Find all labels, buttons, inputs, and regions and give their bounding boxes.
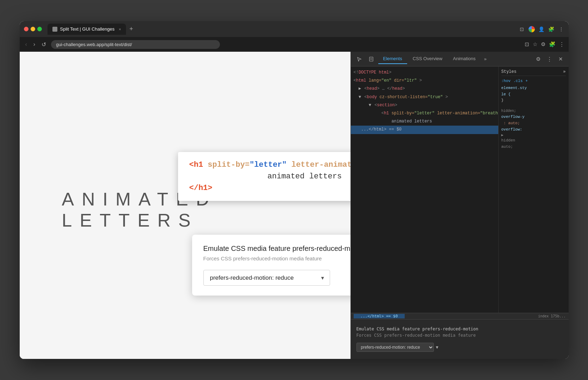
overflow-x-value: hidden; [501, 109, 516, 113]
hidden-prop: hidden [501, 138, 566, 144]
traffic-light-green[interactable] [37, 27, 42, 31]
kebab-menu[interactable]: ⋮ [559, 41, 564, 48]
svg-rect-1 [370, 58, 372, 60]
traffic-lights [24, 27, 42, 31]
profile-icon[interactable]: 👤 [538, 26, 545, 32]
element-style-rule: element.style { [501, 85, 566, 97]
dom-line-h1[interactable]: <h1 split-by="letter" letter-animation="… [351, 109, 498, 118]
extensions-icon[interactable]: 🧩 [549, 41, 556, 48]
devtools-bottom-bar: ...</html> == $0 index 175b... [351, 313, 569, 319]
menu-icon[interactable]: ⋮ [558, 26, 564, 32]
close-brace: } [501, 98, 504, 102]
h1-close-tag: </h1> [189, 184, 213, 192]
code-popup-text: animated letters [189, 172, 350, 181]
tab-elements[interactable]: Elements [378, 54, 407, 64]
webpage: ANIMATED LETTERS <h1 split-by="letter" l… [20, 52, 350, 359]
traffic-light-red[interactable] [24, 27, 29, 31]
code-popup: <h1 split-by="letter" letter-animation="… [178, 152, 350, 201]
index-label: index 175b... [538, 314, 565, 318]
dt-select-arrow-icon: ▼ [436, 345, 438, 350]
devtools-gear-icon[interactable]: ⚙ [534, 55, 543, 63]
motion-popup: × Emulate CSS media feature prefers-redu… [192, 235, 350, 296]
address-icons: ⊡ ☆ ⚙ 🧩 ⋮ [525, 41, 564, 48]
motion-popup-subtitle: Forces CSS prefers-reduced-motion media … [203, 255, 350, 261]
devtools-panel: Elements CSS Overview Animations » ⚙ ⋮ ✕… [350, 52, 569, 359]
dt-footer-subtitle: Forces CSS prefers-reduced-motion media … [356, 333, 563, 338]
auto-prop: auto; [501, 144, 566, 150]
overflow-y-val-prop: : auto; [501, 120, 566, 127]
devtools-right-icons: ⚙ ⋮ ✕ [534, 55, 565, 63]
auto-val: auto; [501, 145, 513, 149]
triangle-indicator: ▶ [501, 133, 566, 138]
traffic-light-yellow[interactable] [31, 27, 35, 31]
dom-line-body[interactable]: ▼ <body cz-shortcut-listen="true" > [351, 93, 498, 101]
dom-line-html[interactable]: <html lang="en" dir="ltr" > [351, 77, 498, 85]
style-close-brace: } [501, 97, 566, 104]
styles-panel: Styles » :hov .cls + element.style { } [498, 66, 569, 313]
add-style-button[interactable]: + [525, 79, 528, 83]
main-content: ANIMATED LETTERS <h1 split-by="letter" l… [20, 52, 569, 359]
dt-footer-title: Emulate CSS media feature prefers-reduce… [356, 327, 563, 331]
devtools-tabs: Elements CSS Overview Animations » [378, 54, 532, 64]
address-input[interactable] [51, 40, 220, 49]
html-selected-indicator: ...</html> == $0 [354, 314, 405, 318]
code-popup-line1: <h1 split-by="letter" letter-animation="… [189, 160, 350, 169]
split-by-attr-val: "letter" [249, 160, 287, 169]
tab-title: Split Text | GUI Challenges [60, 26, 115, 32]
dom-line-head[interactable]: ▶ <head> … </head> [351, 85, 498, 93]
bookmark-icon[interactable]: ☆ [533, 41, 537, 48]
hov-button[interactable]: :hov [501, 79, 511, 83]
cls-button[interactable]: .cls [513, 79, 523, 83]
styles-header: Styles » [501, 69, 566, 76]
dt-select-row: prefers-reduced-motion: reduce ▼ [356, 343, 563, 352]
tab-favicon [52, 27, 57, 32]
letter-anim-attr-name: letter-animation= [287, 160, 350, 169]
forward-button[interactable]: › [32, 40, 37, 49]
tab-area: Split Text | GUI Challenges × + [48, 24, 516, 35]
h1-open-tag: <h1 [189, 160, 203, 169]
overflow-y-prop: overflow-y [501, 114, 566, 120]
hidden-val: hidden [501, 138, 516, 142]
new-tab-button[interactable]: + [127, 25, 135, 33]
settings-icon[interactable]: ⚙ [541, 41, 545, 48]
element-style-label: element.style { [501, 86, 527, 96]
extension-icon[interactable]: 🧩 [548, 26, 555, 32]
title-bar: Split Text | GUI Challenges × + ⊡ 👤 🧩 ⋮ [20, 21, 569, 37]
cursor-tool-icon[interactable] [354, 54, 364, 64]
overflow-x-prop: hidden; [501, 108, 566, 114]
more-tabs-button[interactable]: » [481, 55, 489, 63]
address-bar: ‹ › ↺ ⊡ ☆ ⚙ 🧩 ⋮ [20, 37, 569, 52]
tab-animations[interactable]: Animations [448, 54, 480, 64]
styles-filter-row: :hov .cls + [501, 79, 566, 83]
overflow-name: overflow: [501, 127, 522, 132]
dom-line-animated[interactable]: animated letters [351, 118, 498, 126]
back-button[interactable]: ‹ [24, 40, 29, 49]
chrome-icon [529, 26, 535, 32]
motion-select[interactable]: No emulation prefers-reduced-motion: red… [203, 270, 330, 286]
motion-popup-title: Emulate CSS media feature prefers-reduce… [203, 245, 350, 253]
device-tool-icon[interactable] [366, 54, 376, 64]
split-by-attr-name: split-by= [203, 160, 249, 169]
motion-select-wrapper: No emulation prefers-reduced-motion: red… [203, 270, 330, 286]
browser-window: Split Text | GUI Challenges × + ⊡ 👤 🧩 ⋮ … [20, 21, 569, 359]
dt-footer-select[interactable]: prefers-reduced-motion: reduce [356, 343, 434, 352]
reload-button[interactable]: ↺ [40, 40, 48, 49]
tab-css-overview[interactable]: CSS Overview [408, 54, 448, 64]
dom-line-section[interactable]: ▼ <section> [351, 101, 498, 109]
tab-close-button[interactable]: × [119, 27, 121, 31]
overflow-prop: overflow: [501, 127, 566, 133]
elements-panel[interactable]: <!DOCTYPE html> <html lang="en" dir="ltr… [351, 66, 498, 313]
styles-more[interactable]: » [563, 69, 565, 74]
cast-icon-addr[interactable]: ⊡ [525, 41, 529, 48]
cast-icon[interactable]: ⊡ [519, 26, 525, 32]
devtools-close-icon[interactable]: ✕ [557, 55, 565, 63]
devtools-toolbar: Elements CSS Overview Animations » ⚙ ⋮ ✕ [351, 52, 569, 66]
overflow-y-name: overflow-y [501, 115, 525, 119]
devtools-body: <!DOCTYPE html> <html lang="en" dir="ltr… [351, 66, 569, 313]
devtools-bg-footer: Emulate CSS media feature prefers-reduce… [351, 319, 569, 359]
active-tab[interactable]: Split Text | GUI Challenges × [48, 24, 126, 35]
dom-line-doctype[interactable]: <!DOCTYPE html> [351, 69, 498, 77]
dom-line-selected[interactable]: ...</html> == $0 [351, 126, 498, 134]
styles-label: Styles [501, 69, 517, 74]
devtools-more-icon[interactable]: ⋮ [545, 55, 554, 63]
